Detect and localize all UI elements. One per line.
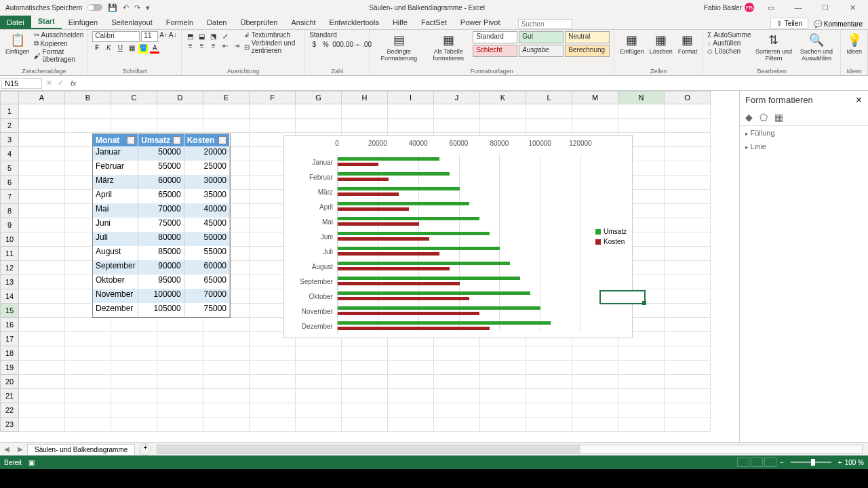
cell[interactable] — [526, 361, 572, 375]
font-size-select[interactable]: 11 — [141, 31, 158, 42]
format-as-table-button[interactable]: ▦Als Tabelle formatieren — [427, 31, 470, 63]
cell[interactable] — [250, 389, 296, 403]
cell[interactable] — [665, 104, 711, 119]
tab-review[interactable]: Überprüfen — [233, 16, 284, 29]
cell[interactable] — [665, 261, 711, 275]
fill-line-tab-icon[interactable]: ◆ — [745, 112, 753, 123]
cell[interactable] — [665, 361, 711, 375]
column-header[interactable]: I — [388, 91, 434, 104]
percent-icon[interactable]: % — [321, 41, 330, 48]
table-cell[interactable]: 35000 — [184, 189, 230, 203]
cell[interactable] — [618, 418, 665, 432]
cell[interactable] — [434, 119, 480, 133]
cell[interactable] — [665, 119, 711, 133]
cell[interactable] — [203, 418, 250, 432]
cell[interactable] — [388, 361, 434, 375]
cell[interactable] — [665, 418, 711, 432]
table-cell[interactable]: 55000 — [184, 246, 230, 260]
cell[interactable] — [203, 346, 250, 361]
cell[interactable] — [342, 403, 388, 418]
cell[interactable] — [665, 232, 711, 247]
cell[interactable] — [19, 418, 65, 432]
cell[interactable] — [19, 275, 65, 289]
minimize-icon[interactable]: — — [788, 3, 808, 12]
cell[interactable] — [111, 104, 157, 119]
cell[interactable] — [480, 104, 526, 119]
cell[interactable] — [526, 418, 572, 432]
chart-bar[interactable] — [338, 178, 389, 181]
cell[interactable] — [19, 247, 65, 261]
cell[interactable] — [434, 418, 480, 432]
cell[interactable] — [157, 361, 203, 375]
cell[interactable] — [342, 375, 388, 389]
chart-bar[interactable] — [338, 187, 460, 190]
row-header[interactable]: 13 — [0, 275, 19, 289]
redo-icon[interactable]: ↷ — [134, 3, 140, 12]
cell[interactable] — [111, 389, 157, 403]
macro-record-icon[interactable]: ▣ — [28, 459, 35, 466]
currency-icon[interactable]: $ — [309, 41, 319, 48]
number-format-select[interactable]: Standard — [309, 31, 362, 39]
cell[interactable] — [19, 403, 65, 418]
table-cell[interactable]: 25000 — [184, 161, 230, 175]
tab-file[interactable]: Datei — [0, 16, 31, 29]
cell[interactable] — [19, 346, 65, 361]
align-top-icon[interactable]: ⬒ — [186, 33, 195, 40]
cell[interactable] — [388, 104, 434, 119]
cell[interactable] — [157, 318, 203, 332]
cell[interactable] — [65, 318, 111, 332]
cell[interactable] — [434, 403, 480, 418]
cell[interactable] — [434, 361, 480, 375]
indent-decrease-icon[interactable]: ⇤ — [220, 42, 230, 49]
fx-icon[interactable]: fx — [66, 79, 81, 87]
chart-bar[interactable] — [338, 297, 469, 300]
table-cell[interactable]: 70000 — [184, 289, 230, 303]
decrease-font-icon[interactable]: A↓ — [169, 31, 177, 42]
style-schlecht[interactable]: Schlecht — [473, 45, 517, 57]
column-header[interactable]: G — [296, 91, 342, 104]
cell[interactable] — [342, 361, 388, 375]
cell[interactable] — [665, 176, 711, 190]
chart-bar[interactable] — [338, 277, 520, 280]
cell[interactable] — [618, 403, 665, 418]
align-bottom-icon[interactable]: ⬔ — [209, 33, 218, 40]
cell[interactable] — [19, 289, 65, 304]
chart-bar[interactable] — [338, 157, 439, 161]
zoom-out-icon[interactable]: − — [780, 459, 784, 466]
column-header[interactable]: M — [572, 91, 618, 104]
chart-bar[interactable] — [338, 163, 378, 166]
size-tab-icon[interactable]: ▦ — [774, 112, 783, 123]
cell[interactable] — [19, 147, 65, 161]
tab-data[interactable]: Daten — [200, 16, 233, 29]
cell[interactable] — [203, 104, 250, 119]
font-name-select[interactable]: Calibri — [92, 31, 140, 42]
cell[interactable] — [434, 389, 480, 403]
chart-bar[interactable] — [338, 217, 479, 220]
cell[interactable] — [572, 375, 618, 389]
cell[interactable] — [296, 346, 342, 361]
tab-help[interactable]: Hilfe — [386, 16, 414, 29]
cell[interactable] — [618, 119, 665, 133]
underline-icon[interactable]: U — [115, 44, 125, 54]
column-header[interactable]: N — [618, 91, 665, 104]
table-cell[interactable]: August — [93, 246, 138, 260]
table-cell[interactable]: 100000 — [138, 289, 184, 303]
table-cell[interactable]: Mai — [93, 203, 138, 218]
column-header[interactable]: L — [526, 91, 572, 104]
table-cell[interactable]: 45000 — [184, 218, 230, 232]
cell[interactable] — [203, 403, 250, 418]
cell[interactable] — [434, 375, 480, 389]
cell[interactable] — [111, 318, 157, 332]
table-cell[interactable]: 65000 — [138, 189, 184, 203]
cell[interactable] — [111, 418, 157, 432]
view-normal-icon[interactable] — [737, 458, 749, 467]
fx-cancel-icon[interactable]: ✕ — [43, 79, 55, 87]
fill-handle[interactable] — [642, 301, 646, 305]
row-header[interactable]: 14 — [0, 289, 19, 304]
table-cell[interactable]: 70000 — [138, 203, 184, 218]
cell[interactable] — [526, 346, 572, 361]
column-header[interactable]: C — [111, 91, 157, 104]
cell[interactable] — [19, 389, 65, 403]
border-icon[interactable]: ▦ — [127, 44, 136, 54]
undo-icon[interactable]: ↶ — [123, 3, 129, 12]
